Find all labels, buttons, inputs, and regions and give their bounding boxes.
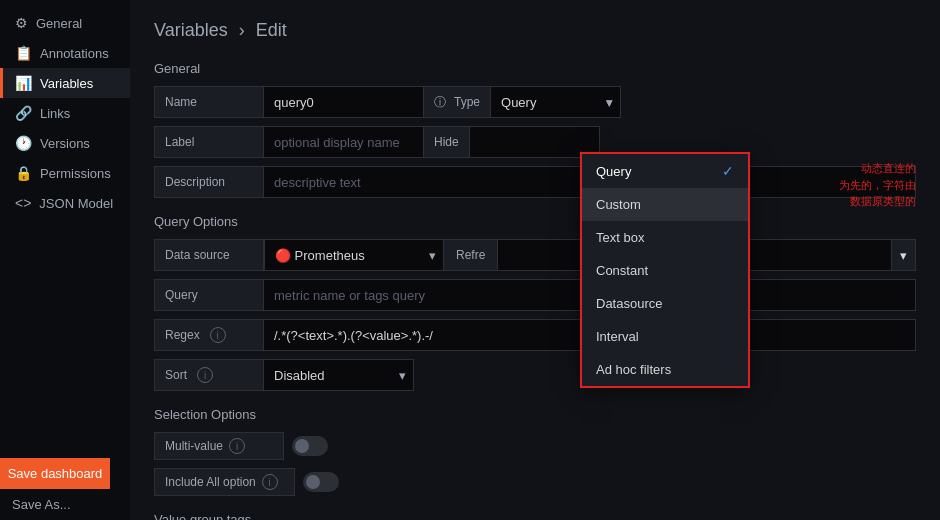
name-input[interactable] bbox=[264, 86, 424, 118]
type-info-icon: ⓘ bbox=[434, 94, 446, 111]
dropdown-item-adhoc[interactable]: Ad hoc filters bbox=[582, 353, 748, 386]
sidebar-label-versions: Versions bbox=[40, 136, 90, 151]
sidebar-item-general[interactable]: ⚙ General bbox=[0, 8, 130, 38]
multivalue-row: Multi-value i bbox=[154, 432, 916, 460]
includeall-toggle[interactable] bbox=[303, 472, 339, 492]
general-section-label: General bbox=[154, 61, 916, 76]
save-as-button[interactable]: Save As... bbox=[0, 489, 110, 520]
query-options-label: Query Options bbox=[154, 214, 916, 229]
sort-row: Sort i Disabled ▾ bbox=[154, 359, 916, 391]
type-label: ⓘ Type bbox=[424, 86, 491, 118]
dropdown-interval-label: Interval bbox=[596, 329, 639, 344]
description-row: Description bbox=[154, 166, 916, 198]
breadcrumb-separator: › bbox=[239, 20, 245, 40]
dropdown-item-constant[interactable]: Constant bbox=[582, 254, 748, 287]
jsonmodel-icon: <> bbox=[15, 195, 31, 211]
label-label: Label bbox=[154, 126, 264, 158]
refresh-button[interactable]: Refre bbox=[444, 239, 498, 271]
query-row: Query bbox=[154, 279, 916, 311]
dropdown-item-datasource[interactable]: Datasource bbox=[582, 287, 748, 320]
multivalue-info-icon: i bbox=[229, 438, 245, 454]
page-subtitle: Edit bbox=[256, 20, 287, 40]
sidebar-label-variables: Variables bbox=[40, 76, 93, 91]
sidebar-item-permissions[interactable]: 🔒 Permissions bbox=[0, 158, 130, 188]
includeall-label-text: Include All option bbox=[165, 475, 256, 489]
type-select-wrapper: Query ▾ bbox=[491, 86, 621, 118]
includeall-label: Include All option i bbox=[154, 468, 295, 496]
dropdown-adhoc-label: Ad hoc filters bbox=[596, 362, 671, 377]
type-dropdown: Query ✓ Custom Text box Constant Datasou… bbox=[580, 152, 750, 388]
page-title-text: Variables bbox=[154, 20, 228, 40]
check-icon: ✓ bbox=[722, 163, 734, 179]
annotation-text: 动态直连的 为先的，字符由 数据原类型的 bbox=[839, 160, 916, 210]
type-select[interactable]: Query bbox=[491, 86, 621, 118]
permissions-icon: 🔒 bbox=[15, 165, 32, 181]
value-group-section: Value group tags Experimental feature, w… bbox=[154, 512, 916, 520]
variables-icon: 📊 bbox=[15, 75, 32, 91]
sidebar-item-links[interactable]: 🔗 Links bbox=[0, 98, 130, 128]
sidebar-item-annotations[interactable]: 📋 Annotations bbox=[0, 38, 130, 68]
save-dashboard-button[interactable]: Save dashboard bbox=[0, 458, 110, 489]
sidebar-label-permissions: Permissions bbox=[40, 166, 111, 181]
general-icon: ⚙ bbox=[15, 15, 28, 31]
sidebar-item-versions[interactable]: 🕐 Versions bbox=[0, 128, 130, 158]
sort-label: Sort i bbox=[154, 359, 264, 391]
dropdown-item-interval[interactable]: Interval bbox=[582, 320, 748, 353]
multivalue-toggle[interactable] bbox=[292, 436, 328, 456]
name-label: Name bbox=[154, 86, 264, 118]
annotations-icon: 📋 bbox=[15, 45, 32, 61]
annotation-line1: 动态直连的 bbox=[839, 160, 916, 177]
dropdown-datasource-label: Datasource bbox=[596, 296, 662, 311]
sidebar-label-links: Links bbox=[40, 106, 70, 121]
dropdown-item-textbox[interactable]: Text box bbox=[582, 221, 748, 254]
dropdown-item-query[interactable]: Query ✓ bbox=[582, 154, 748, 188]
label-hide-row: Label Hide bbox=[154, 126, 916, 158]
sort-info-icon: i bbox=[197, 367, 213, 383]
value-group-label: Value group tags bbox=[154, 512, 916, 520]
sidebar-item-variables[interactable]: 📊 Variables bbox=[0, 68, 130, 98]
dropdown-constant-label: Constant bbox=[596, 263, 648, 278]
sidebar-label-jsonmodel: JSON Model bbox=[39, 196, 113, 211]
description-label: Description bbox=[154, 166, 264, 198]
sidebar: ⚙ General 📋 Annotations 📊 Variables 🔗 Li… bbox=[0, 0, 130, 520]
sidebar-label-general: General bbox=[36, 16, 82, 31]
dropdown-textbox-label: Text box bbox=[596, 230, 644, 245]
includeall-row: Include All option i bbox=[154, 468, 916, 496]
links-icon: 🔗 bbox=[15, 105, 32, 121]
selection-options-label: Selection Options bbox=[154, 407, 916, 422]
annotation-line2: 为先的，字符由 bbox=[839, 177, 916, 194]
regex-label-text: Regex bbox=[165, 328, 200, 342]
sidebar-item-json-model[interactable]: <> JSON Model bbox=[0, 188, 130, 218]
includeall-info-icon: i bbox=[262, 474, 278, 490]
query-options-section: Query Options Data source 🔴 Prometheus ▾… bbox=[154, 214, 916, 391]
regex-row: Regex i bbox=[154, 319, 916, 351]
type-label-text: Type bbox=[454, 95, 480, 109]
main-content: Variables › Edit General Name ⓘ Type Que… bbox=[130, 0, 940, 520]
label-input[interactable] bbox=[264, 126, 424, 158]
selection-options-section: Selection Options Multi-value i Include … bbox=[154, 407, 916, 496]
regex-label: Regex i bbox=[154, 319, 264, 351]
datasource-select-wrap: 🔴 Prometheus ▾ bbox=[264, 239, 444, 271]
sidebar-label-annotations: Annotations bbox=[40, 46, 109, 61]
dropdown-custom-label: Custom bbox=[596, 197, 641, 212]
multivalue-label: Multi-value i bbox=[154, 432, 284, 460]
multivalue-label-text: Multi-value bbox=[165, 439, 223, 453]
regex-info-icon: i bbox=[210, 327, 226, 343]
query-label: Query bbox=[154, 279, 264, 311]
datasource-label: Data source bbox=[154, 239, 264, 271]
datasource-arrow-icon: ▾ bbox=[892, 239, 916, 271]
annotation-line3: 数据原类型的 bbox=[839, 193, 916, 210]
dropdown-query-label: Query bbox=[596, 164, 631, 179]
datasource-row: Data source 🔴 Prometheus ▾ Refre ▾ bbox=[154, 239, 916, 271]
sort-select-wrap: Disabled ▾ bbox=[264, 359, 414, 391]
versions-icon: 🕐 bbox=[15, 135, 32, 151]
sort-label-text: Sort bbox=[165, 368, 187, 382]
sort-select[interactable]: Disabled bbox=[264, 359, 414, 391]
page-title: Variables › Edit bbox=[154, 20, 916, 41]
hide-label: Hide bbox=[424, 126, 470, 158]
datasource-select[interactable]: 🔴 Prometheus bbox=[264, 239, 444, 271]
name-type-row: Name ⓘ Type Query ▾ bbox=[154, 86, 916, 118]
dropdown-item-custom[interactable]: Custom bbox=[582, 188, 748, 221]
